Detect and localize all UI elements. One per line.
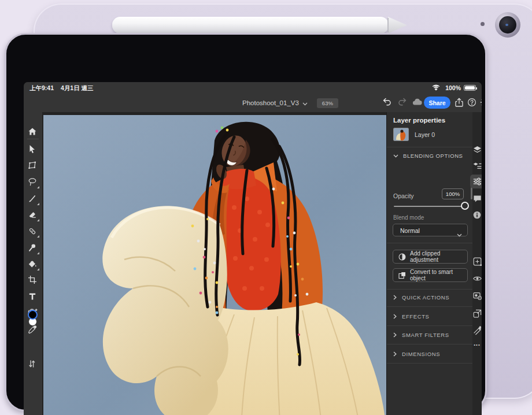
chevron-right-icon <box>393 295 397 300</box>
battery-icon <box>464 85 476 91</box>
status-date: 4月1日 週三 <box>61 84 94 92</box>
divider <box>387 147 473 147</box>
status-bar: 上午9:41 4月1日 週三 100% <box>24 82 482 94</box>
visibility-icon[interactable] <box>470 272 482 286</box>
apple-pencil-body <box>112 17 389 34</box>
smart-filters-label: SMART FILTERS <box>402 332 449 338</box>
document-name: Photoshoot_01_V3 <box>242 99 299 106</box>
blending-options-header[interactable]: BLENDING OPTIONS <box>393 153 463 159</box>
blend-mode-value: Normal <box>400 227 420 234</box>
lasso-tool[interactable] <box>28 177 38 188</box>
apple-pencil-seam <box>387 18 389 32</box>
smart-object-icon <box>398 272 406 279</box>
divider <box>387 289 473 290</box>
opacity-value-field[interactable]: 100% <box>442 188 464 199</box>
tool-options-indicator <box>37 268 39 271</box>
section-effects[interactable]: EFFECTS <box>393 310 429 322</box>
chevron-right-icon <box>393 332 397 338</box>
tool-options-indicator <box>37 252 39 254</box>
blending-options-label: BLENDING OPTIONS <box>403 153 463 159</box>
add-clipped-adjustment-button[interactable]: Add clipped adjustment <box>393 250 468 264</box>
chevron-down-icon <box>457 229 462 239</box>
color-swatches[interactable] <box>27 310 39 327</box>
settings-gear-icon[interactable] <box>480 98 482 108</box>
photo-layer <box>43 115 386 415</box>
layer-row[interactable]: Layer 0 <box>390 126 470 143</box>
redo-button[interactable] <box>398 98 408 108</box>
layer-properties-panel: Layer properties Layer 0 BLENDING OPTION… <box>386 112 472 415</box>
chevron-right-icon <box>393 314 397 319</box>
add-clipped-adjustment-label: Add clipped adjustment <box>410 250 467 263</box>
type-tool[interactable] <box>28 292 38 302</box>
convert-smart-object-label: Convert to smart object <box>410 269 467 281</box>
zoom-level-badge[interactable]: 63% <box>317 98 338 108</box>
chevron-right-icon <box>393 351 397 357</box>
share-label: Share <box>428 99 445 106</box>
brush-tool[interactable] <box>28 194 38 205</box>
blend-mode-label: Blend mode <box>393 214 424 221</box>
share-button[interactable]: Share <box>424 97 450 109</box>
tools-sidebar <box>24 112 42 415</box>
transform-tool[interactable] <box>28 161 38 171</box>
opacity-slider-knob[interactable] <box>461 202 469 210</box>
panel-title: Layer properties <box>393 117 445 124</box>
document-canvas[interactable] <box>42 112 386 415</box>
section-dimensions[interactable]: DIMENSIONS <box>393 348 440 360</box>
heal-icon[interactable] <box>470 323 482 336</box>
effects-label: EFFECTS <box>402 313 429 320</box>
move-tool[interactable] <box>28 144 38 155</box>
crop-tool[interactable] <box>28 275 38 286</box>
eraser-tool[interactable] <box>28 210 38 221</box>
layer-properties-icon[interactable] <box>470 159 482 173</box>
section-smart-filters[interactable]: SMART FILTERS <box>393 329 449 340</box>
add-layer-icon[interactable] <box>470 254 482 268</box>
layer-name: Layer 0 <box>415 131 435 138</box>
wifi-icon <box>432 84 440 92</box>
rear-microphone <box>481 22 485 26</box>
chevron-down-icon <box>393 154 398 158</box>
convert-smart-object-button[interactable]: Convert to smart object <box>393 268 468 282</box>
layer-mask-icon[interactable] <box>470 289 482 303</box>
panel-icon-strip: ••• <box>472 112 482 415</box>
swap-colors-icon[interactable] <box>28 360 38 370</box>
dimensions-label: DIMENSIONS <box>402 351 440 357</box>
product-scene: 上午9:41 4月1日 週三 100% Photoshoot_01_V3 63% <box>0 0 532 415</box>
adjustment-icon <box>398 253 406 261</box>
layer-thumbnail <box>393 128 409 141</box>
export-icon[interactable] <box>455 98 465 108</box>
chevron-down-icon <box>302 98 308 108</box>
opacity-label: Opacity <box>393 192 414 199</box>
more-options-icon[interactable]: ••• <box>469 342 482 347</box>
tool-options-indicator <box>37 186 39 188</box>
healing-tool[interactable] <box>28 227 38 237</box>
divider <box>387 344 473 344</box>
opacity-slider-track[interactable] <box>394 206 467 207</box>
comments-icon[interactable] <box>470 192 482 206</box>
place-embedded-icon[interactable] <box>470 306 482 320</box>
section-quick-actions[interactable]: QUICK ACTIONS <box>393 291 449 303</box>
divider <box>387 306 473 307</box>
foreground-color-swatch[interactable] <box>28 310 38 320</box>
layers-icon[interactable] <box>470 143 482 157</box>
cloud-sync-icon[interactable] <box>412 98 423 108</box>
home-button[interactable] <box>28 127 38 138</box>
front-ipad: 上午9:41 4月1日 週三 100% Photoshoot_01_V3 63% <box>5 33 487 412</box>
info-icon[interactable] <box>470 208 482 222</box>
divider <box>387 363 473 364</box>
undo-button[interactable] <box>382 98 393 108</box>
divider <box>387 243 473 243</box>
tool-options-indicator <box>37 203 39 205</box>
tool-options-indicator <box>37 235 39 238</box>
help-icon[interactable] <box>467 98 478 108</box>
adjustments-icon-selected[interactable] <box>470 175 482 188</box>
blend-mode-select[interactable]: Normal <box>393 224 468 236</box>
smudge-tool[interactable] <box>28 243 38 254</box>
document-title-menu[interactable]: Photoshoot_01_V3 63% <box>242 98 338 108</box>
status-time: 上午9:41 <box>29 84 54 92</box>
divider <box>387 325 473 326</box>
tool-options-indicator <box>37 219 39 221</box>
battery-percent: 100% <box>445 84 461 91</box>
quick-actions-label: QUICK ACTIONS <box>402 294 449 301</box>
fill-tool[interactable] <box>28 260 38 270</box>
toolbar-divider <box>27 139 39 139</box>
